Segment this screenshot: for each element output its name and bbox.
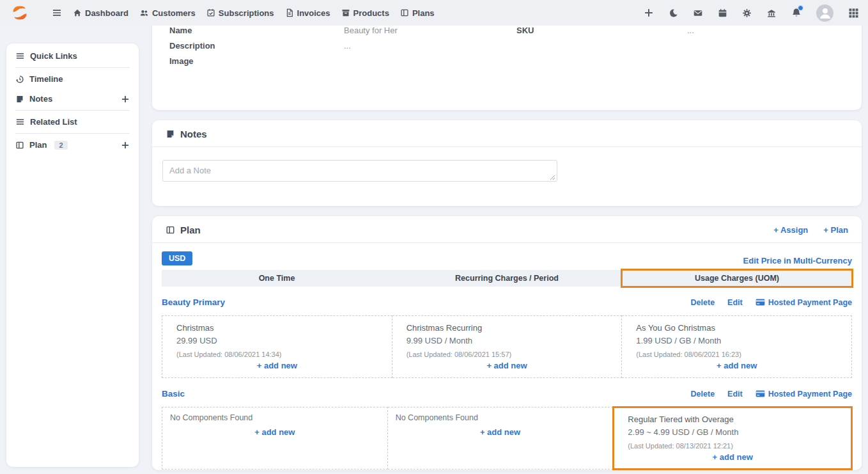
component-cell: Christmas Recurring 9.99 USD / Month (La…	[392, 315, 623, 378]
tab-one-time[interactable]: One Time	[162, 270, 392, 287]
person-icon	[818, 5, 833, 20]
component-row: Christmas 29.99 USD (Last Updated: 08/06…	[162, 315, 852, 378]
plans-icon	[400, 8, 409, 17]
plan-count-badge: 2	[54, 141, 67, 150]
sidebar-item-label: Plan	[29, 140, 47, 150]
edit-link[interactable]: Edit	[727, 390, 743, 399]
brand-logo[interactable]	[9, 3, 31, 23]
divider	[15, 110, 130, 111]
plan-title: Plan	[180, 225, 201, 235]
add-new-link[interactable]: + add new	[628, 450, 837, 463]
add-new-link[interactable]: + add new	[396, 425, 605, 438]
component-cell: Christmas 29.99 USD (Last Updated: 08/06…	[162, 315, 392, 378]
plan-group-header: Beauty Primary Delete Edit Hosted Paymen…	[162, 297, 852, 307]
history-icon	[15, 75, 24, 84]
hosted-payment-page-link[interactable]: Hosted Payment Page	[756, 298, 852, 307]
currency-badge[interactable]: USD	[162, 251, 192, 265]
description-value: ...	[344, 41, 516, 51]
nav-item-plans[interactable]: Plans	[400, 8, 435, 18]
component-price: 29.99 USD	[176, 336, 378, 345]
notification-dot	[798, 5, 803, 11]
add-plan-link[interactable]: + Plan	[823, 225, 848, 235]
component-name: Christmas	[176, 323, 378, 333]
user-avatar[interactable]	[816, 4, 833, 22]
tab-recurring-charges[interactable]: Recurring Charges / Period	[392, 270, 622, 287]
credit-card-icon	[756, 390, 765, 397]
credit-card-icon	[756, 299, 765, 306]
add-note-plus-icon[interactable]	[121, 95, 130, 104]
delete-link[interactable]: Delete	[691, 390, 715, 399]
top-navbar: Dashboard Customers Subscriptions Invoic…	[0, 0, 868, 26]
component-cell: As You Go Christmas 1.99 USD / GB / Mont…	[622, 315, 852, 378]
gear-icon[interactable]	[742, 8, 752, 18]
no-components-label: No Components Found	[170, 413, 380, 422]
products-icon	[341, 8, 350, 17]
component-name: As You Go Christmas	[636, 323, 837, 333]
columns-icon	[166, 225, 175, 235]
tab-usage-charges[interactable]: Usage Charges (UOM)	[622, 270, 852, 287]
sku-value: ...	[687, 26, 844, 35]
dark-mode-moon-icon[interactable]	[669, 8, 678, 18]
subscriptions-icon	[206, 8, 215, 17]
charge-type-header-row: One Time Recurring Charges / Period Usag…	[162, 270, 852, 287]
notes-header: Notes	[152, 120, 862, 147]
app-window: Dashboard Customers Subscriptions Invoic…	[0, 0, 868, 474]
quick-links-sidebar: Quick Links Timeline Notes Related List …	[6, 43, 139, 467]
name-label: Name	[169, 26, 344, 35]
nav-item-label: Plans	[412, 8, 435, 18]
no-components-label: No Components Found	[396, 413, 605, 422]
nav-item-label: Products	[353, 8, 389, 18]
edit-link[interactable]: Edit	[727, 298, 743, 307]
sidebar-item-label: Notes	[29, 94, 52, 104]
nav-item-dashboard[interactable]: Dashboard	[73, 8, 128, 18]
plan-group-name-link[interactable]: Beauty Primary	[162, 297, 225, 307]
add-new-link[interactable]: + add new	[407, 358, 608, 372]
list-icon	[15, 117, 25, 127]
nav-item-label: Invoices	[297, 8, 330, 18]
notifications-bell-icon[interactable]	[791, 8, 802, 18]
apps-grid-icon[interactable]	[848, 8, 859, 19]
quick-links-header[interactable]: Quick Links	[15, 46, 130, 66]
component-row: No Components Found + add new No Compone…	[162, 407, 852, 470]
users-icon	[139, 8, 149, 17]
nav-item-label: Customers	[152, 8, 196, 18]
plan-header: Plan + Assign + Plan	[152, 216, 862, 243]
sidebar-item-related-list[interactable]: Related List	[15, 112, 130, 132]
add-new-link[interactable]: + add new	[176, 358, 378, 372]
image-label: Image	[169, 56, 344, 66]
s-swirl-logo-icon	[10, 4, 29, 22]
menu-toggle-icon[interactable]	[52, 8, 62, 18]
hosted-payment-page-link[interactable]: Hosted Payment Page	[756, 390, 852, 399]
sidebar-item-notes[interactable]: Notes	[15, 89, 130, 109]
quick-links-label: Quick Links	[30, 51, 77, 61]
name-value: Beauty for Her	[344, 26, 516, 35]
plan-card: Plan + Assign + Plan USD Edit Price in M…	[152, 216, 862, 470]
nav-item-customers[interactable]: Customers	[139, 8, 196, 18]
nav-item-invoices[interactable]: Invoices	[285, 8, 330, 18]
home-icon	[73, 8, 82, 17]
assign-link[interactable]: + Assign	[773, 225, 808, 235]
nav-item-products[interactable]: Products	[341, 8, 389, 18]
sku-label: SKU	[516, 26, 687, 35]
description-label: Description	[169, 41, 344, 51]
add-note-input[interactable]	[162, 160, 557, 182]
component-name: Regular Tiered with Overage	[628, 415, 837, 424]
add-plan-plus-icon[interactable]	[121, 141, 130, 150]
add-new-link[interactable]: + add new	[170, 425, 380, 438]
add-new-icon[interactable]	[644, 8, 654, 18]
notes-card: Notes	[152, 120, 862, 206]
nav-item-subscriptions[interactable]: Subscriptions	[206, 8, 274, 18]
add-new-link[interactable]: + add new	[636, 358, 837, 372]
sidebar-item-plan[interactable]: Plan 2	[15, 135, 130, 155]
delete-link[interactable]: Delete	[691, 298, 715, 307]
bank-icon[interactable]	[766, 8, 777, 18]
component-price: 1.99 USD / GB / Month	[636, 336, 837, 345]
component-price: 2.99 ~ 4.99 USD / GB / Month	[628, 427, 837, 437]
mail-icon[interactable]	[693, 8, 703, 18]
calendar-icon[interactable]	[718, 8, 727, 18]
plan-group-name-link[interactable]: Basic	[162, 389, 185, 399]
invoices-icon	[285, 8, 294, 17]
sidebar-item-timeline[interactable]: Timeline	[15, 69, 130, 89]
notes-title: Notes	[180, 129, 207, 139]
edit-multicurrency-link[interactable]: Edit Price in Multi-Currency	[743, 256, 852, 265]
